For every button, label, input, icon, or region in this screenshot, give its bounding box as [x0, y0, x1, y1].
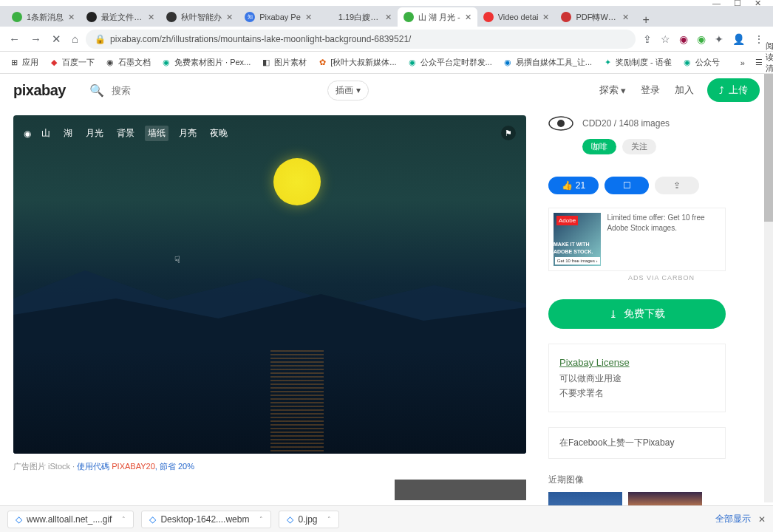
thumbs-up-icon: 👍 — [562, 180, 573, 191]
favicon-icon — [483, 12, 494, 22]
browser-tab[interactable]: PDF轉Worc✕ — [555, 7, 635, 27]
share-button[interactable]: ⇪ — [655, 177, 699, 194]
bookmark-overflow[interactable]: » — [740, 58, 745, 67]
minimize-button[interactable]: — — [712, 0, 721, 7]
bookmark-item[interactable]: ◆百度一下 — [49, 57, 95, 68]
apps-button[interactable]: ⊞应用 — [9, 57, 38, 68]
search-input[interactable] — [112, 85, 304, 96]
main-image[interactable]: ◉ 山 湖 月光 背景 墙纸 月亮 夜晚 ⚑ ☟ — [13, 115, 526, 454]
bookmark-icon: ◉ — [682, 58, 692, 68]
image-tag[interactable]: 墙纸 — [145, 126, 168, 141]
tab-close-icon[interactable]: ✕ — [226, 13, 233, 22]
tab-close-icon[interactable]: ✕ — [622, 13, 629, 22]
ad-caption: Limited time offer: Get 10 free Adobe St… — [607, 213, 721, 266]
address-bar[interactable]: 🔒 pixabay.com/zh/illustrations/mountains… — [86, 30, 636, 49]
tab-close-icon[interactable]: ✕ — [465, 13, 471, 22]
extensions-icon[interactable]: ✦ — [715, 33, 723, 45]
report-flag-icon[interactable]: ⚑ — [501, 126, 516, 140]
ext2-icon[interactable]: ◉ — [697, 33, 706, 45]
close-window-button[interactable]: ✕ — [755, 0, 761, 8]
bookmark-label: 石墨文档 — [118, 57, 151, 68]
download-item[interactable]: ◇www.alltoall.net_....gif˄ — [7, 511, 134, 528]
bookmark-item[interactable]: ✿[秋叶大叔新媒体... — [317, 57, 396, 68]
carbon-ad[interactable]: Adobe MAKE IT WITH ADOBE STOCK. Get 10 f… — [548, 208, 726, 271]
explore-link[interactable]: 探索 ▾ — [599, 83, 626, 97]
file-icon: ◇ — [287, 514, 293, 525]
type-label: 插画 — [336, 84, 353, 97]
stop-button[interactable]: ✕ — [52, 33, 61, 46]
reflection-illustration — [270, 350, 324, 454]
bookmark-label: » — [740, 58, 745, 67]
tab-close-icon[interactable]: ✕ — [305, 13, 312, 22]
profile-icon[interactable]: 👤 — [732, 33, 745, 45]
scrollbar[interactable] — [764, 74, 773, 502]
bookmark-item[interactable]: ◉公众号 — [682, 57, 720, 68]
search-box[interactable]: 🔍 — [79, 78, 314, 103]
sponsor-banner[interactable] — [395, 480, 526, 500]
close-shelf-icon[interactable]: ✕ — [758, 514, 766, 525]
bookmark-label: 图片素材 — [274, 57, 307, 68]
favicon-icon — [12, 12, 22, 22]
back-button[interactable]: ← — [9, 33, 20, 46]
license-box: Pixabay License 可以做商业用途 不要求署名 — [548, 344, 726, 412]
home-button[interactable]: ⌂ — [72, 33, 78, 46]
author-pin-icon[interactable]: ◉ — [24, 129, 31, 139]
maximize-button[interactable]: ☐ — [734, 0, 741, 8]
downloads-shelf: ◇www.alltoall.net_....gif˄ ◇Desktop-1642… — [0, 505, 773, 532]
license-link[interactable]: Pixabay License — [559, 355, 715, 371]
image-tag[interactable]: 背景 — [114, 126, 137, 141]
pixabay-logo[interactable]: pixabay — [13, 82, 66, 99]
bookmark-item[interactable]: ◧图片素材 — [261, 57, 307, 68]
favicon-icon — [561, 12, 571, 22]
follow-button[interactable]: 关注 — [622, 139, 656, 154]
scrollbar-thumb[interactable] — [764, 74, 773, 222]
share-icon[interactable]: ⇪ — [643, 33, 652, 45]
bookmark-item[interactable]: ◉石墨文档 — [105, 57, 151, 68]
tab-close-icon[interactable]: ✕ — [385, 13, 392, 22]
chevron-up-icon[interactable]: ˄ — [122, 516, 126, 523]
browser-tab[interactable]: 1.19白嫂优质✕ — [318, 7, 398, 27]
image-tag[interactable]: 月光 — [83, 126, 106, 141]
bookmark-item[interactable]: ✦奖励制度 - 语雀 — [602, 57, 672, 68]
like-button[interactable]: 👍21 — [548, 177, 599, 194]
sponsor-link[interactable]: 使用代碼 PIXABAY20, 節省 20% — [77, 462, 194, 471]
bookmark-item[interactable]: ◉免费素材图片 · Pex... — [161, 57, 251, 68]
join-link[interactable]: 加入 — [675, 83, 694, 97]
media-type-dropdown[interactable]: 插画 ▾ — [327, 81, 369, 100]
image-tag[interactable]: 湖 — [61, 126, 75, 141]
new-tab-button[interactable]: + — [635, 13, 656, 27]
tab-close-icon[interactable]: ✕ — [542, 13, 549, 22]
browser-tab[interactable]: 最近文件 - ?✕ — [81, 7, 160, 27]
facebook-like-box[interactable]: 在Facebook上赞一下Pixabay — [548, 427, 726, 459]
browser-tab[interactable]: 1条新消息✕ — [6, 7, 81, 27]
author-info[interactable]: CDD20 / 1408 images — [582, 118, 670, 129]
bookmark-label: 应用 — [22, 57, 38, 68]
browser-tab[interactable]: 秋叶智能办✕ — [160, 7, 239, 27]
download-item[interactable]: ◇0.jpg˄ — [279, 511, 339, 528]
chevron-up-icon[interactable]: ˄ — [327, 516, 331, 523]
forward-button[interactable]: → — [30, 33, 41, 46]
chevron-up-icon[interactable]: ˄ — [259, 516, 263, 523]
browser-tab-active[interactable]: 山 湖 月光 -✕ — [398, 7, 477, 27]
download-filename: 0.jpg — [298, 514, 317, 525]
coffee-button[interactable]: 咖啡 — [582, 139, 616, 154]
login-link[interactable]: 登录 — [641, 83, 660, 97]
download-item[interactable]: ◇Desktop-1642....webm˄ — [141, 511, 271, 528]
download-button[interactable]: ⤓ 免费下载 — [548, 299, 726, 329]
tab-close-icon[interactable]: ✕ — [148, 13, 154, 22]
bookmark-item[interactable]: ◉易撰自媒体工具_让... — [503, 57, 592, 68]
share-icon: ⇪ — [673, 180, 681, 191]
image-tag[interactable]: 山 — [38, 126, 53, 141]
browser-tab[interactable]: Video detai✕ — [477, 7, 556, 27]
chevron-down-icon: ▾ — [621, 85, 626, 96]
image-tag[interactable]: 月亮 — [176, 126, 200, 141]
bookmark-button[interactable]: ☐ — [605, 177, 649, 194]
show-all-downloads[interactable]: 全部显示 — [715, 513, 751, 525]
upload-button[interactable]: ⤴ 上传 — [707, 78, 760, 102]
bookmark-item[interactable]: ◉公众平台定时群发... — [407, 57, 492, 68]
star-icon[interactable]: ☆ — [661, 33, 670, 45]
ext1-icon[interactable]: ◉ — [679, 33, 688, 45]
browser-tab[interactable]: 知Pixabay Pe✕ — [239, 7, 318, 27]
tab-close-icon[interactable]: ✕ — [68, 13, 75, 22]
image-tag[interactable]: 夜晚 — [207, 126, 231, 141]
